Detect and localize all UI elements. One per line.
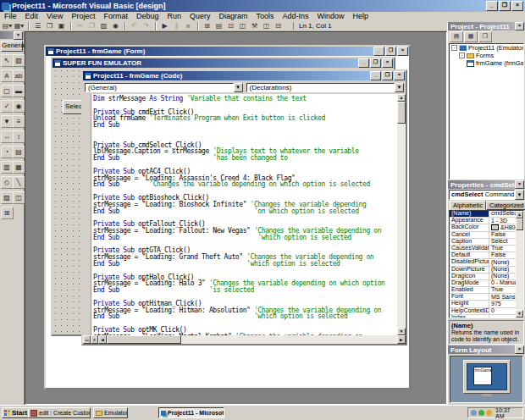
copy-icon[interactable]: ❐ xyxy=(86,21,97,30)
close-button[interactable]: × xyxy=(511,1,523,11)
code-minimize-button[interactable]: _ xyxy=(370,71,381,80)
menu-editor-icon[interactable]: ☰ xyxy=(32,21,43,30)
toolbox-tab-general[interactable]: General xyxy=(1,41,23,52)
optionbutton-tool[interactable]: ◉ xyxy=(13,100,25,113)
form-close-button[interactable]: × xyxy=(397,47,408,56)
menu-help[interactable]: Help xyxy=(349,12,373,21)
paste-icon[interactable]: ▨ xyxy=(98,21,109,30)
break-icon[interactable]: ∥ xyxy=(171,21,182,30)
listbox-tool[interactable]: ≡ xyxy=(13,115,25,128)
frame-tool[interactable]: ▢ xyxy=(1,85,14,97)
view-code-icon[interactable]: ▤ xyxy=(450,31,463,42)
properties-object-combo[interactable]: cmdSelect CommandButton ▼ xyxy=(449,190,524,200)
emulator-minimize-button[interactable]: _ xyxy=(358,58,369,68)
menu-project[interactable]: Project xyxy=(67,12,99,21)
drivelistbox-tool[interactable]: ▤ xyxy=(13,146,25,158)
end-icon[interactable]: ■ xyxy=(183,21,194,30)
property-row-dragicon[interactable]: DragIcon(None) xyxy=(450,274,516,280)
tab-alphabetic[interactable]: Alphabetic xyxy=(450,201,486,210)
vscroll-thumb[interactable] xyxy=(516,218,523,230)
toggle-folders-icon[interactable]: ❒ xyxy=(478,31,492,42)
scroll-up-icon[interactable]: ▲ xyxy=(397,94,406,102)
menu-diagram[interactable]: Diagram xyxy=(214,12,251,21)
shape-tool[interactable]: ◇ xyxy=(1,176,14,189)
cut-icon[interactable]: ✂ xyxy=(75,21,86,30)
find-icon[interactable]: ◉ xyxy=(110,21,121,30)
menu-tools[interactable]: Tools xyxy=(252,12,279,21)
hscrollbar-tool[interactable]: ↔ xyxy=(1,130,14,143)
expander-icon[interactable]: - xyxy=(459,52,465,58)
property-row-dragmode[interactable]: DragMode0 - Manual xyxy=(450,280,516,287)
task-button-edit-create-custom-int[interactable]: edit : Create Custom Int... xyxy=(28,407,91,418)
dirlistbox-tool[interactable]: ▥ xyxy=(1,161,14,174)
form-layout-close-icon[interactable]: × xyxy=(515,345,524,354)
tab-categorized[interactable]: Categorized xyxy=(486,202,525,210)
emulator-maximize-button[interactable]: ❐ xyxy=(370,58,381,68)
property-row-font[interactable]: FontMS Sans Serif xyxy=(450,294,516,301)
tray-icon-3[interactable] xyxy=(486,410,492,416)
restore-button[interactable]: ❐ xyxy=(499,1,511,11)
hscroll-thumb[interactable] xyxy=(107,335,181,344)
code-vscrollbar[interactable]: ▲ ▼ xyxy=(397,94,406,335)
properties-close-icon[interactable]: × xyxy=(515,180,524,189)
menu-file[interactable]: File xyxy=(0,12,21,21)
toolbox-icon[interactable]: ⚒ xyxy=(249,21,260,30)
menu-window[interactable]: Window xyxy=(313,12,349,21)
object-combo[interactable]: (General) ▼ xyxy=(85,83,243,92)
vscrollbar-tool[interactable]: ↕ xyxy=(13,130,25,143)
property-row-caption[interactable]: CaptionSelect xyxy=(450,239,516,246)
open-project-icon[interactable]: ❒ xyxy=(44,21,55,30)
minimize-button[interactable]: _ xyxy=(486,1,498,11)
dropdown-icon[interactable]: ▼ xyxy=(395,83,404,92)
full-module-view-button[interactable]: ≡ xyxy=(91,335,98,344)
menu-addins[interactable]: Add-Ins xyxy=(279,12,313,21)
property-row-enabled[interactable]: EnabledTrue xyxy=(450,287,516,294)
checkbox-tool[interactable]: ✓ xyxy=(1,100,14,113)
filelistbox-tool[interactable]: ▦ xyxy=(13,161,25,174)
textbox-tool[interactable]: ab xyxy=(13,69,25,82)
property-row-height[interactable]: Height975 xyxy=(450,301,516,307)
property-row-backcolor[interactable]: BackColor&H8000000F& xyxy=(450,224,516,231)
undo-icon[interactable]: ↶ xyxy=(129,21,140,30)
scroll-right-icon[interactable]: ▶ xyxy=(397,335,406,344)
add-form-icon[interactable]: ▦▾ xyxy=(14,21,25,30)
menu-edit[interactable]: Edit xyxy=(21,12,43,21)
add-project-icon[interactable]: ▤▾ xyxy=(2,21,13,30)
properties-window-icon[interactable]: ▤ xyxy=(213,21,224,30)
form-window-titlebar[interactable]: Project11 - frmGame (Form) _ ❐ × xyxy=(46,47,409,56)
property-row-index[interactable]: Index xyxy=(450,315,516,318)
scroll-left-icon[interactable]: ◀ xyxy=(98,335,107,344)
property-row-name[interactable]: (Name)cmdSelect xyxy=(450,211,516,218)
label-tool[interactable]: A xyxy=(1,69,14,82)
emulator-titlebar[interactable]: SUPER FUN EMULATOR _ ❐ × xyxy=(52,58,394,68)
combobox-tool[interactable]: ▼ xyxy=(1,115,14,128)
tray-icon-1[interactable] xyxy=(471,410,477,416)
tree-item-project11[interactable]: -Project11 (Emulator.vbp) xyxy=(450,44,523,52)
scroll-up-icon[interactable]: ▲ xyxy=(516,211,523,218)
start-icon[interactable]: ▶ xyxy=(159,21,170,30)
property-row-downpicture[interactable]: DownPicture(None) xyxy=(450,267,516,274)
property-row-helpcontextid[interactable]: HelpContextID0 xyxy=(450,308,516,315)
code-close-button[interactable]: × xyxy=(394,71,405,80)
menu-view[interactable]: View xyxy=(42,12,67,21)
code-hscrollbar[interactable]: ▭ ≡ ◀ ▶ xyxy=(83,335,406,344)
redo-icon[interactable]: ↷ xyxy=(141,21,152,30)
dropdown-icon[interactable]: ▼ xyxy=(515,190,524,200)
task-button-project11-microsoft-v[interactable]: Project11 - Microsoft V... xyxy=(158,407,224,418)
procedure-combo[interactable]: (Declarations) ▼ xyxy=(246,83,405,92)
ole-tool[interactable]: ⊞ xyxy=(1,207,14,219)
scroll-down-icon[interactable]: ▼ xyxy=(397,328,406,335)
menu-run[interactable]: Run xyxy=(163,12,185,21)
object-browser-icon[interactable]: ◫ xyxy=(237,21,248,30)
property-row-appearance[interactable]: Appearance1 - 3D xyxy=(450,218,516,224)
tree-item-forms[interactable]: -Forms xyxy=(450,52,523,59)
form-maximize-button[interactable]: ❐ xyxy=(385,47,396,56)
property-row-default[interactable]: DefaultFalse xyxy=(450,252,516,259)
form-layout-titlebar[interactable]: Form Layout × xyxy=(448,345,525,354)
component-manager-icon[interactable]: ⊟ xyxy=(273,21,284,30)
pointer-tool[interactable]: ↖ xyxy=(1,54,14,67)
view-object-icon[interactable]: ▦ xyxy=(464,31,478,42)
procedure-view-button[interactable]: ▭ xyxy=(83,335,91,344)
task-button-emulator[interactable]: Emulator xyxy=(93,407,128,418)
property-row-disabledpicture[interactable]: DisabledPicture(None) xyxy=(450,259,516,266)
